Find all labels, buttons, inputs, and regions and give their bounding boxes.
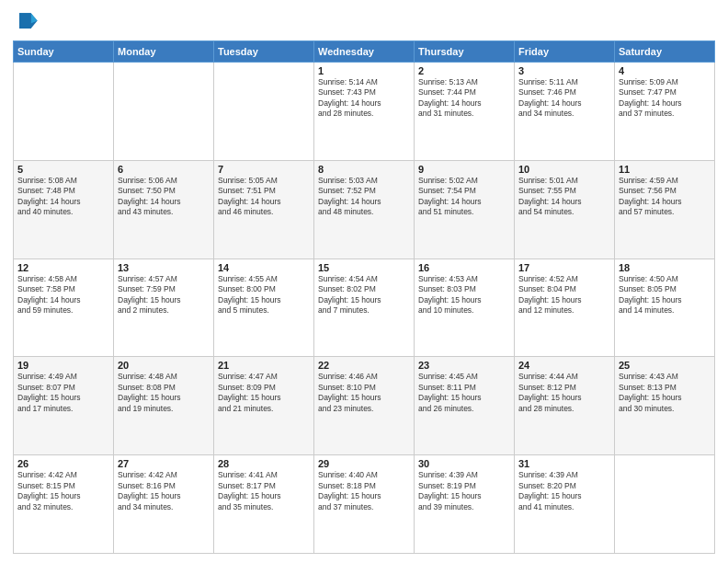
day-info: Sunrise: 5:01 AM Sunset: 7:55 PM Dayligh… (518, 176, 610, 218)
day-number: 5 (17, 164, 109, 175)
day-info: Sunrise: 5:13 AM Sunset: 7:44 PM Dayligh… (418, 77, 510, 120)
day-info: Sunrise: 4:47 AM Sunset: 8:09 PM Dayligh… (218, 372, 310, 414)
weekday-header-wednesday: Wednesday (314, 41, 415, 63)
day-number: 21 (218, 360, 310, 371)
calendar-cell: 4Sunrise: 5:09 AM Sunset: 7:47 PM Daylig… (615, 63, 715, 161)
calendar-cell: 29Sunrise: 4:40 AM Sunset: 8:18 PM Dayli… (314, 455, 415, 554)
day-info: Sunrise: 4:55 AM Sunset: 8:00 PM Dayligh… (218, 274, 310, 316)
day-info: Sunrise: 4:41 AM Sunset: 8:17 PM Dayligh… (218, 470, 310, 512)
calendar-week-row: 12Sunrise: 4:58 AM Sunset: 7:58 PM Dayli… (14, 259, 715, 357)
calendar-cell: 10Sunrise: 5:01 AM Sunset: 7:55 PM Dayli… (515, 160, 615, 259)
logo (13, 9, 41, 35)
day-info: Sunrise: 4:40 AM Sunset: 8:18 PM Dayligh… (318, 470, 410, 512)
calendar-cell: 25Sunrise: 4:43 AM Sunset: 8:13 PM Dayli… (615, 357, 715, 455)
day-number: 23 (418, 360, 510, 371)
day-info: Sunrise: 5:09 AM Sunset: 7:47 PM Dayligh… (619, 77, 711, 120)
calendar-cell: 9Sunrise: 5:02 AM Sunset: 7:54 PM Daylig… (415, 160, 515, 259)
day-number: 30 (418, 458, 510, 469)
day-number: 28 (218, 458, 310, 469)
calendar-cell: 23Sunrise: 4:45 AM Sunset: 8:11 PM Dayli… (415, 357, 515, 455)
day-info: Sunrise: 4:43 AM Sunset: 8:13 PM Dayligh… (619, 372, 711, 414)
calendar-cell: 24Sunrise: 4:44 AM Sunset: 8:12 PM Dayli… (515, 357, 615, 455)
calendar-cell: 11Sunrise: 4:59 AM Sunset: 7:56 PM Dayli… (615, 160, 715, 259)
day-info: Sunrise: 4:54 AM Sunset: 8:02 PM Dayligh… (318, 274, 410, 316)
day-number: 6 (118, 164, 210, 175)
day-number: 25 (619, 360, 711, 371)
weekday-header-friday: Friday (515, 41, 615, 63)
day-info: Sunrise: 4:48 AM Sunset: 8:08 PM Dayligh… (118, 372, 210, 414)
calendar-cell: 6Sunrise: 5:06 AM Sunset: 7:50 PM Daylig… (114, 160, 214, 259)
calendar-cell: 20Sunrise: 4:48 AM Sunset: 8:08 PM Dayli… (114, 357, 214, 455)
day-info: Sunrise: 5:14 AM Sunset: 7:43 PM Dayligh… (318, 77, 410, 120)
weekday-header-tuesday: Tuesday (214, 41, 314, 63)
calendar-cell: 7Sunrise: 5:05 AM Sunset: 7:51 PM Daylig… (214, 160, 314, 259)
calendar-cell: 19Sunrise: 4:49 AM Sunset: 8:07 PM Dayli… (14, 357, 114, 455)
day-number: 22 (318, 360, 410, 371)
day-number: 9 (418, 164, 510, 175)
day-number: 29 (318, 458, 410, 469)
calendar-cell (14, 63, 114, 161)
calendar-cell (214, 63, 314, 161)
day-number: 2 (418, 65, 510, 76)
day-number: 31 (518, 458, 610, 469)
day-number: 19 (17, 360, 109, 371)
day-number: 14 (218, 262, 310, 273)
weekday-header-sunday: Sunday (14, 41, 114, 63)
day-number: 4 (619, 65, 711, 76)
calendar-cell: 8Sunrise: 5:03 AM Sunset: 7:52 PM Daylig… (314, 160, 415, 259)
calendar-cell: 15Sunrise: 4:54 AM Sunset: 8:02 PM Dayli… (314, 259, 415, 357)
day-info: Sunrise: 4:53 AM Sunset: 8:03 PM Dayligh… (418, 274, 510, 316)
calendar-week-row: 5Sunrise: 5:08 AM Sunset: 7:48 PM Daylig… (14, 160, 715, 259)
day-number: 16 (418, 262, 510, 273)
day-number: 27 (118, 458, 210, 469)
page: SundayMondayTuesdayWednesdayThursdayFrid… (0, 0, 728, 563)
calendar-cell (615, 455, 715, 554)
calendar-cell: 5Sunrise: 5:08 AM Sunset: 7:48 PM Daylig… (14, 160, 114, 259)
calendar-week-row: 26Sunrise: 4:42 AM Sunset: 8:15 PM Dayli… (14, 455, 715, 554)
day-number: 18 (619, 262, 711, 273)
day-info: Sunrise: 4:44 AM Sunset: 8:12 PM Dayligh… (518, 372, 610, 414)
day-info: Sunrise: 4:46 AM Sunset: 8:10 PM Dayligh… (318, 372, 410, 414)
calendar-cell: 16Sunrise: 4:53 AM Sunset: 8:03 PM Dayli… (415, 259, 515, 357)
day-info: Sunrise: 4:42 AM Sunset: 8:15 PM Dayligh… (17, 470, 109, 512)
calendar-cell: 21Sunrise: 4:47 AM Sunset: 8:09 PM Dayli… (214, 357, 314, 455)
calendar-cell: 17Sunrise: 4:52 AM Sunset: 8:04 PM Dayli… (515, 259, 615, 357)
day-info: Sunrise: 4:58 AM Sunset: 7:58 PM Dayligh… (17, 274, 109, 316)
weekday-header-thursday: Thursday (415, 41, 515, 63)
calendar-cell: 18Sunrise: 4:50 AM Sunset: 8:05 PM Dayli… (615, 259, 715, 357)
generalblue-icon (13, 9, 39, 35)
day-number: 7 (218, 164, 310, 175)
day-number: 17 (518, 262, 610, 273)
day-number: 8 (318, 164, 410, 175)
calendar-cell: 1Sunrise: 5:14 AM Sunset: 7:43 PM Daylig… (314, 63, 415, 161)
svg-rect-2 (19, 13, 31, 29)
day-number: 12 (17, 262, 109, 273)
calendar-table: SundayMondayTuesdayWednesdayThursdayFrid… (13, 40, 715, 554)
day-info: Sunrise: 5:06 AM Sunset: 7:50 PM Dayligh… (118, 176, 210, 218)
day-info: Sunrise: 4:39 AM Sunset: 8:20 PM Dayligh… (518, 470, 610, 512)
calendar-cell: 2Sunrise: 5:13 AM Sunset: 7:44 PM Daylig… (415, 63, 515, 161)
day-info: Sunrise: 4:49 AM Sunset: 8:07 PM Dayligh… (17, 372, 109, 414)
calendar-week-row: 19Sunrise: 4:49 AM Sunset: 8:07 PM Dayli… (14, 357, 715, 455)
day-info: Sunrise: 5:05 AM Sunset: 7:51 PM Dayligh… (218, 176, 310, 218)
calendar-cell: 31Sunrise: 4:39 AM Sunset: 8:20 PM Dayli… (515, 455, 615, 554)
weekday-header-row: SundayMondayTuesdayWednesdayThursdayFrid… (14, 41, 715, 63)
day-number: 3 (518, 65, 610, 76)
day-number: 11 (619, 164, 711, 175)
day-info: Sunrise: 4:50 AM Sunset: 8:05 PM Dayligh… (619, 274, 711, 316)
day-info: Sunrise: 4:42 AM Sunset: 8:16 PM Dayligh… (118, 470, 210, 512)
day-info: Sunrise: 5:03 AM Sunset: 7:52 PM Dayligh… (318, 176, 410, 218)
day-number: 15 (318, 262, 410, 273)
day-info: Sunrise: 4:45 AM Sunset: 8:11 PM Dayligh… (418, 372, 510, 414)
calendar-cell: 22Sunrise: 4:46 AM Sunset: 8:10 PM Dayli… (314, 357, 415, 455)
day-info: Sunrise: 4:57 AM Sunset: 7:59 PM Dayligh… (118, 274, 210, 316)
day-number: 26 (17, 458, 109, 469)
day-info: Sunrise: 4:59 AM Sunset: 7:56 PM Dayligh… (619, 176, 711, 218)
calendar-cell: 27Sunrise: 4:42 AM Sunset: 8:16 PM Dayli… (114, 455, 214, 554)
weekday-header-monday: Monday (114, 41, 214, 63)
day-info: Sunrise: 5:02 AM Sunset: 7:54 PM Dayligh… (418, 176, 510, 218)
day-number: 13 (118, 262, 210, 273)
day-number: 24 (518, 360, 610, 371)
calendar-week-row: 1Sunrise: 5:14 AM Sunset: 7:43 PM Daylig… (14, 63, 715, 161)
day-number: 20 (118, 360, 210, 371)
